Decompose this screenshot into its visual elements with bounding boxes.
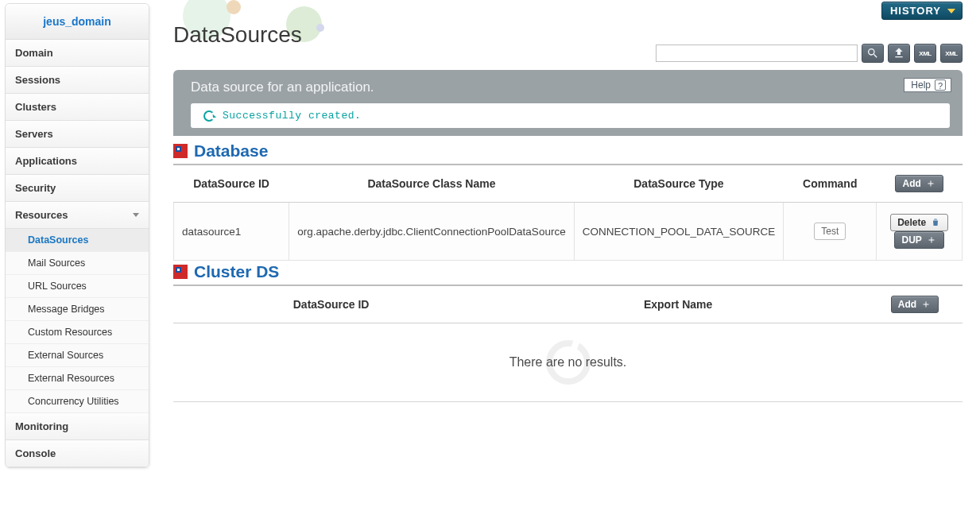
add-database-button[interactable]: Add xyxy=(895,175,943,192)
page-title: DataSources xyxy=(173,22,302,48)
table-row: datasource1 org.apache.derby.jdbc.Client… xyxy=(174,203,963,261)
section-database: Database DataSource ID DataSource Class … xyxy=(173,141,963,261)
help-label: Help xyxy=(911,79,931,91)
help-button[interactable]: Help ? xyxy=(904,78,951,92)
question-icon: ? xyxy=(935,79,946,91)
col-export-name: Export Name xyxy=(489,286,867,323)
col-actions: Add xyxy=(877,165,963,203)
col-class-name: DataSource Class Name xyxy=(289,165,574,203)
panel-header: Help ? Data source for an application. S… xyxy=(173,70,963,136)
dup-label: DUP xyxy=(901,234,921,246)
decor-circle xyxy=(316,24,324,32)
export-icon xyxy=(893,47,905,60)
section-cluster: Cluster DS DataSource ID Export Name Add xyxy=(173,262,963,402)
cell-command: Test xyxy=(784,203,877,261)
nav-resources[interactable]: Resources xyxy=(6,202,149,229)
sub-concurrency-utilities[interactable]: Concurrency Utilities xyxy=(6,390,149,413)
cluster-table: DataSource ID Export Name Add xyxy=(173,286,963,323)
sub-url-sources[interactable]: URL Sources xyxy=(6,275,149,298)
cell-actions: Delete DUP xyxy=(877,203,963,261)
plus-icon xyxy=(920,300,932,309)
add-label: Add xyxy=(898,299,916,310)
section-title-cluster: Cluster DS xyxy=(173,262,963,286)
delete-label: Delete xyxy=(897,217,926,228)
search-icon xyxy=(866,47,879,60)
plus-icon xyxy=(925,179,936,188)
sub-external-resources[interactable]: External Resources xyxy=(6,367,149,390)
sub-external-sources[interactable]: External Sources xyxy=(6,344,149,367)
col-type: DataSource Type xyxy=(574,165,784,203)
plus-icon xyxy=(926,235,937,245)
section-title-text: Database xyxy=(194,141,268,161)
section-title-text: Cluster DS xyxy=(194,262,279,281)
col-cluster-id: DataSource ID xyxy=(173,286,489,323)
section-icon xyxy=(173,144,188,158)
history-button[interactable]: HISTORY xyxy=(881,2,963,20)
main-content: HISTORY DataSources XML XML Help ? Data … xyxy=(159,0,970,511)
xml-icon: XML xyxy=(945,50,957,57)
col-command: Command xyxy=(784,165,877,203)
cell-class: org.apache.derby.jdbc.ClientConnectionPo… xyxy=(289,203,574,261)
xml-icon: XML xyxy=(919,50,931,57)
cell-type: CONNECTION_POOL_DATA_SOURCE xyxy=(574,203,784,261)
nav-servers[interactable]: Servers xyxy=(6,121,149,148)
search-button[interactable] xyxy=(862,44,884,63)
sub-mail-sources[interactable]: Mail Sources xyxy=(6,252,149,275)
decor-circle xyxy=(227,0,241,14)
nav-sessions[interactable]: Sessions xyxy=(6,67,149,94)
nav-clusters[interactable]: Clusters xyxy=(6,94,149,121)
xml-button-2[interactable]: XML xyxy=(940,44,963,63)
sub-message-bridges[interactable]: Message Bridges xyxy=(6,298,149,321)
empty-state: There are no results. xyxy=(173,323,963,402)
sub-datasources[interactable]: DataSources xyxy=(6,229,149,252)
status-text: Successfully created. xyxy=(223,110,361,122)
add-cluster-button[interactable]: Add xyxy=(891,296,939,313)
col-actions: Add xyxy=(867,286,963,323)
nav-security[interactable]: Security xyxy=(6,175,149,202)
test-button[interactable]: Test xyxy=(814,223,846,240)
col-datasource-id: DataSource ID xyxy=(174,165,289,203)
trash-icon xyxy=(930,218,941,227)
search-input[interactable] xyxy=(656,45,858,62)
search-toolbar: XML XML xyxy=(656,44,963,63)
section-title-database: Database xyxy=(173,141,963,165)
xml-button-1[interactable]: XML xyxy=(914,44,936,63)
nav-applications[interactable]: Applications xyxy=(6,148,149,175)
section-icon xyxy=(173,265,188,279)
empty-text: There are no results. xyxy=(509,355,627,369)
database-table: DataSource ID DataSource Class Name Data… xyxy=(173,165,963,261)
refresh-icon xyxy=(203,110,215,122)
nav-console[interactable]: Console xyxy=(6,440,149,467)
sidebar: jeus_domain Domain Sessions Clusters Ser… xyxy=(5,3,149,468)
domain-title[interactable]: jeus_domain xyxy=(6,4,149,40)
sub-custom-resources[interactable]: Custom Resources xyxy=(6,321,149,344)
nav-domain[interactable]: Domain xyxy=(6,40,149,67)
cell-id[interactable]: datasource1 xyxy=(174,203,289,261)
dup-button[interactable]: DUP xyxy=(894,231,943,249)
status-message: Successfully created. xyxy=(191,103,950,128)
panel-subtitle: Data source for an application. xyxy=(191,79,950,95)
delete-button[interactable]: Delete xyxy=(890,214,948,231)
add-label: Add xyxy=(902,178,920,189)
export-button[interactable] xyxy=(888,44,910,63)
nav-monitoring[interactable]: Monitoring xyxy=(6,413,149,440)
